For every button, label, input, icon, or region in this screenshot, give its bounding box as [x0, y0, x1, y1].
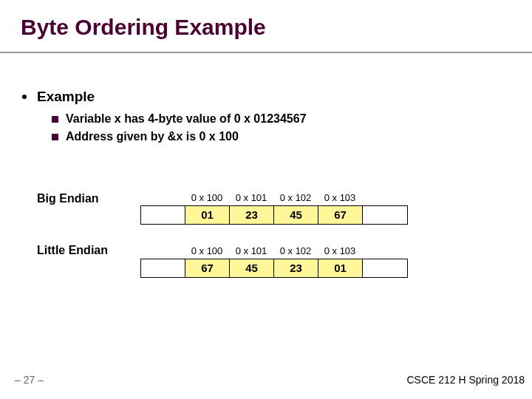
byte-cell: 01 — [318, 259, 363, 277]
addr-cell: 0 x 101 — [229, 245, 273, 256]
sub-bullets: Variable x has 4-byte value of 0 x 01234… — [52, 112, 307, 148]
addr-cell: 0 x 101 — [229, 192, 273, 203]
slide-title: Byte Ordering Example — [21, 15, 266, 40]
byte-cell: 67 — [185, 259, 230, 277]
footer-text: CSCE 212 H Spring 2018 — [406, 374, 525, 386]
square-bullet-icon — [52, 116, 58, 123]
square-bullet-icon — [52, 134, 58, 140]
little-endian-bytes: 67 45 23 01 — [140, 259, 408, 278]
sub-bullet-row: Address given by &x is 0 x 100 — [52, 130, 307, 143]
big-endian-label: Big Endian — [37, 192, 99, 205]
byte-cell: 23 — [230, 206, 274, 224]
sub-bullet-text-1: Address given by &x is 0 x 100 — [66, 130, 239, 143]
addr-cell: 0 x 100 — [185, 245, 229, 256]
byte-cell: 23 — [274, 259, 318, 277]
byte-cell: 01 — [185, 206, 230, 224]
addr-cell: 0 x 102 — [273, 192, 318, 203]
little-endian-label: Little Endian — [37, 244, 108, 257]
big-endian-bytes: 01 23 45 67 — [140, 205, 408, 225]
title-underline — [0, 52, 532, 53]
addr-cell: 0 x 100 — [185, 192, 229, 203]
big-endian-addresses: 0 x 100 0 x 101 0 x 102 0 x 103 — [185, 192, 362, 203]
little-endian-addresses: 0 x 100 0 x 101 0 x 102 0 x 103 — [185, 245, 362, 256]
byte-cell: 45 — [274, 206, 318, 224]
bullet-dot-icon — [22, 95, 27, 99]
sub-bullet-row: Variable x has 4-byte value of 0 x 01234… — [52, 112, 307, 126]
page-number: – 27 – — [15, 374, 44, 386]
addr-cell: 0 x 102 — [273, 245, 318, 256]
byte-cell — [363, 259, 407, 277]
sub-bullet-text-0: Variable x has 4-byte value of 0 x 01234… — [66, 112, 307, 126]
addr-cell: 0 x 103 — [318, 245, 362, 256]
bullet-example-text: Example — [37, 89, 95, 105]
byte-cell — [141, 206, 185, 224]
byte-cell — [363, 206, 407, 224]
slide: Byte Ordering Example Example Variable x… — [0, 0, 532, 399]
byte-cell: 45 — [230, 259, 274, 277]
byte-cell — [141, 259, 185, 277]
bullet-example: Example — [22, 89, 95, 105]
addr-cell: 0 x 103 — [318, 192, 362, 203]
byte-cell: 67 — [318, 206, 363, 224]
